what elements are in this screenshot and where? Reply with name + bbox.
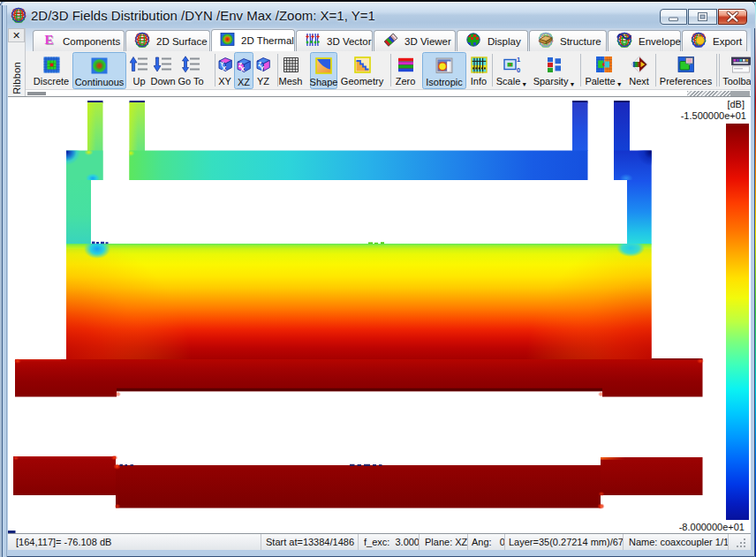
tab-2d-surface[interactable]: 2D Surface <box>125 30 210 51</box>
display-sphere-icon <box>465 32 481 51</box>
tab-structure[interactable]: Structure <box>529 30 607 51</box>
down-button[interactable]: Down <box>150 52 176 89</box>
shape-button[interactable]: Shape <box>310 52 337 89</box>
discrete-icon <box>43 56 60 73</box>
dropdown-caret-icon: ▼ <box>569 81 575 87</box>
toolbar-button-label: Continuous <box>75 77 125 87</box>
tab-components[interactable]: E EComponents <box>33 30 125 51</box>
tab-label: 3D Vector <box>327 36 372 47</box>
status-start-at: Start at=13384/1486 <box>261 534 359 551</box>
field-top-band <box>127 150 588 180</box>
isotropic-icon <box>435 56 453 74</box>
field-left-arm <box>54 139 103 245</box>
ribbon-panel-label: Ribbon <box>8 45 26 94</box>
svg-text:E: E <box>44 33 53 47</box>
xz-button[interactable]: Z X XZ <box>234 52 253 89</box>
toolbar-button-label: Go To <box>178 76 203 87</box>
palette-button[interactable]: Palette▼ <box>583 52 624 89</box>
toolbar-button-label: Down <box>150 76 175 87</box>
toolbar-button-label: Info <box>471 76 487 87</box>
yz-cube-icon: Z Y <box>254 56 272 73</box>
tab-bar: E EComponents2D Surface 2D Thermal 3D Ve… <box>8 28 751 51</box>
thermal-icon <box>220 32 235 50</box>
next-button[interactable]: Next <box>625 52 653 89</box>
scale-icon: 1 0 <box>503 56 521 73</box>
export-sphere-icon <box>691 32 707 51</box>
close-button[interactable] <box>718 9 747 25</box>
toolbar-scrollbar-thumb[interactable] <box>27 92 46 96</box>
toolbar-button-label: Next <box>629 76 649 87</box>
toolbar-scrollbar[interactable] <box>26 89 751 96</box>
dropdown-caret-icon: ▼ <box>521 81 527 87</box>
zero-stripes-icon <box>397 56 414 73</box>
svg-text:X: X <box>222 64 226 72</box>
toolbar-button-label: Zero <box>396 76 416 87</box>
sparsity-button[interactable]: Sparsity▼ <box>532 52 577 89</box>
toolbar-separator <box>716 54 717 87</box>
palette-icon <box>595 56 613 73</box>
status-angle: Ang: 0 <box>468 534 505 551</box>
window-left-edge <box>0 5 7 557</box>
scale-button[interactable]: 1 0Scale▼ <box>495 52 529 89</box>
toolbar-separator <box>580 54 581 87</box>
toolbar-button-label: Mesh <box>279 76 303 87</box>
tab-label: Structure <box>560 36 601 47</box>
toolbar: Discrete Continuous Up Down Go To Y X XY… <box>26 51 751 89</box>
info-grid-icon <box>471 56 488 73</box>
toolbar-button-label: YZ <box>257 76 269 87</box>
titlebar[interactable]: 2D/3D Fields Distribution /DYN /Env Max … <box>2 2 755 28</box>
desktop-edge-top <box>0 0 756 2</box>
svg-text:0: 0 <box>517 66 520 74</box>
goto-button[interactable]: Go To <box>175 52 207 89</box>
status-name: Name: coaxcoupler 1/1 <box>624 534 729 551</box>
sparsity-icon <box>546 56 563 73</box>
tab-2d-thermal[interactable]: 2D Thermal <box>211 29 295 51</box>
discrete-button[interactable]: Discrete <box>30 52 72 89</box>
preferences-button[interactable]: Preferences <box>657 52 714 89</box>
mesh-button[interactable]: Mesh <box>278 52 303 89</box>
geometry-button[interactable]: Geometry <box>341 52 383 89</box>
field-central-block <box>66 239 652 360</box>
toolbars-icon <box>731 56 751 73</box>
components-icon: E E <box>42 32 57 50</box>
toolbar-separator <box>655 54 656 87</box>
down-icon <box>154 56 172 73</box>
tab-label: Envelope <box>639 36 681 47</box>
tab-envelope[interactable]: Envelope <box>608 30 681 51</box>
tab-3d-viewer[interactable]: 3D Viewer <box>374 30 456 51</box>
tab-3d-vector[interactable]: 3D Vector <box>296 30 373 51</box>
tab-label: 3D Viewer <box>404 36 451 47</box>
tab-display[interactable]: Display <box>457 30 528 51</box>
resize-grip[interactable] <box>730 534 751 552</box>
tab-label: Export <box>713 36 742 47</box>
field-plot-canvas[interactable]: [dB] -1.500000e+01 -8.000000e+01 <box>8 96 751 533</box>
minimize-button[interactable] <box>660 9 687 25</box>
resize-grip-icon <box>730 534 751 551</box>
toolbar-button-label: Scale▼ <box>496 76 527 87</box>
tab-export[interactable]: Export <box>682 30 747 51</box>
next-arrow-icon <box>631 56 648 73</box>
info-button[interactable]: Info <box>466 52 491 89</box>
maximize-icon <box>689 10 716 24</box>
continuous-button[interactable]: Continuous <box>72 52 126 89</box>
yz-button[interactable]: Z Y YZ <box>253 52 273 89</box>
toolbar-separator <box>719 54 720 87</box>
minimize-icon <box>661 10 686 24</box>
dropdown-caret-icon: ▼ <box>616 81 623 87</box>
field-distribution-plot <box>8 101 750 533</box>
structure-slab-icon <box>538 32 554 51</box>
app-window: 2D/3D Fields Distribution /DYN /Env Max … <box>0 0 755 557</box>
colorbar <box>726 124 749 520</box>
xy-cube-icon: Y X <box>216 56 234 73</box>
maximize-button[interactable] <box>688 9 717 25</box>
window-title: 2D/3D Fields Distribution /DYN /Env Max … <box>31 6 375 26</box>
ribbon-close-button[interactable]: ✕ <box>8 28 25 42</box>
toolbars-button[interactable]: Toolbars <box>722 52 751 89</box>
tab-label: 2D Surface <box>156 36 208 47</box>
continuous-icon <box>91 56 108 74</box>
up-button[interactable]: Up <box>128 52 150 89</box>
isotropic-button[interactable]: Isotropic <box>422 52 466 89</box>
zero-button[interactable]: Zero <box>391 52 420 89</box>
xy-button[interactable]: Y X XY <box>215 52 234 89</box>
envelope-sphere-icon <box>616 32 632 51</box>
